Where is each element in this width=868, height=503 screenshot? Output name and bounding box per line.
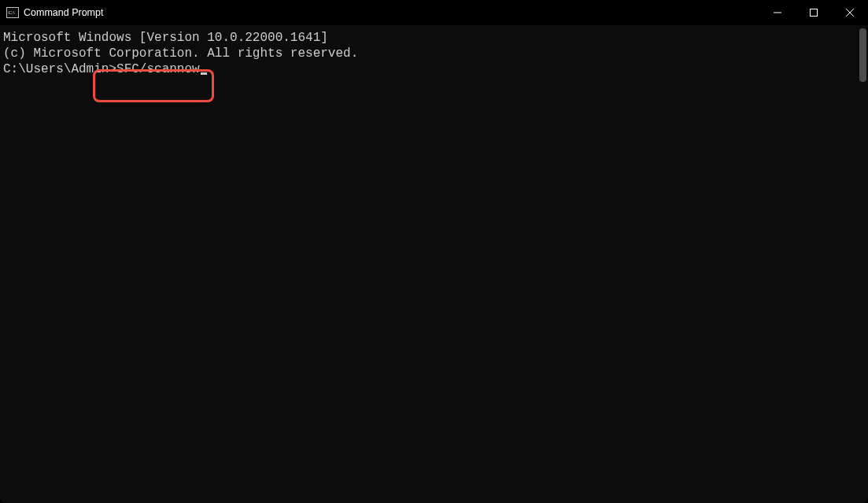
svg-rect-3 xyxy=(811,9,818,17)
svg-text:C:\: C:\ xyxy=(9,9,16,16)
prompt-line: C:\Users\Admin>SFC/scannow xyxy=(3,61,865,77)
output-line: Microsoft Windows [Version 10.0.22000.16… xyxy=(3,30,865,46)
terminal-area[interactable]: Microsoft Windows [Version 10.0.22000.16… xyxy=(0,25,868,503)
vertical-scrollbar[interactable] xyxy=(859,28,866,82)
close-button[interactable] xyxy=(832,0,868,25)
command-prompt-window: C:\ Command Prompt Microsoft Windows [Ve… xyxy=(0,0,868,503)
titlebar-left: C:\ Command Prompt xyxy=(6,6,103,19)
window-controls xyxy=(759,0,868,25)
maximize-button[interactable] xyxy=(796,0,832,25)
titlebar[interactable]: C:\ Command Prompt xyxy=(0,0,868,25)
minimize-button[interactable] xyxy=(759,0,796,25)
prompt-path: C:\Users\Admin> xyxy=(3,62,116,76)
window-title: Command Prompt xyxy=(24,7,103,18)
cmd-icon: C:\ xyxy=(6,6,19,19)
text-cursor xyxy=(201,72,207,75)
typed-command: SFC/scannow xyxy=(116,62,200,76)
output-line: (c) Microsoft Corporation. All rights re… xyxy=(3,46,865,61)
